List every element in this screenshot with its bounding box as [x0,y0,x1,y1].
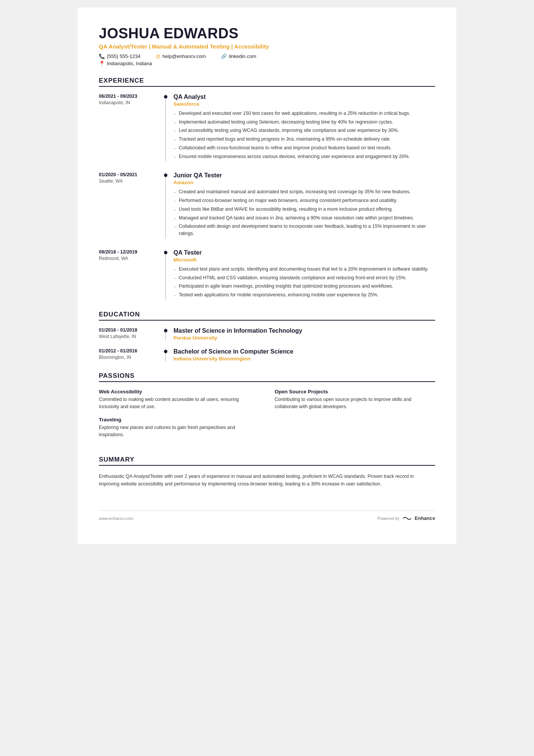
summary-section: SUMMARY Enthusiastic QA Analyst/Tester w… [99,456,435,488]
exp3-divider [165,249,166,300]
edu2-location: Bloomington, IN [99,355,159,360]
entry-right-3: QA Tester Microsoft Executed test plans … [166,249,435,300]
exp2-dot [164,174,167,177]
experience-section: EXPERIENCE 06/2021 - 09/2023 Indianapoli… [99,77,435,300]
passion2-desc: Contributing to various open source proj… [275,396,435,410]
exp1-bullet-4: Tracked and reported bugs and testing pr… [173,136,435,143]
phone-contact: 📞 (555) 555-1234 [99,53,141,59]
passion-item-3: Traveling Exploring new places and cultu… [99,417,259,438]
entry-left-3: 09/2018 - 12/2019 Redmond, WA [99,249,165,300]
edu2-institution: Indiana University Bloomington [173,356,435,362]
exp2-bullet-1: Created and maintained manual and automa… [173,188,435,196]
exp1-location: Indianapolis, IN [99,100,159,105]
phone-value: (555) 555-1234 [107,53,141,59]
exp3-bullets: Executed test plans and scripts, identif… [173,266,435,299]
experience-section-title: EXPERIENCE [99,77,435,87]
edu1-institution: Purdue University [173,335,435,341]
exp3-role: QA Tester [173,249,435,256]
education-entry-1: 01/2016 - 01/2018 West Lafayette, IN Mas… [99,327,435,341]
entry-right-1: QA Analyst Salesforce Developed and exec… [166,94,435,162]
passion2-title: Open Source Projects [275,389,435,394]
experience-entry-2: 01/2020 - 05/2021 Seattle, WA Junior QA … [99,172,435,239]
exp1-bullet-1: Developed and executed over 150 test cas… [173,110,435,117]
exp1-divider [165,94,166,162]
resume-page: JOSHUA EDWARDS QA Analyst/Tester | Manua… [78,8,456,544]
email-icon: @ [156,53,161,59]
edu1-location: West Lafayette, IN [99,334,159,339]
passion1-title: Web Accessibility [99,389,259,394]
edu-right-2: Bachelor of Science in Computer Science … [166,348,435,362]
exp2-location: Seattle, WA [99,178,159,184]
exp2-dates: 01/2020 - 05/2021 [99,172,159,177]
footer-url: www.enhancv.com [99,516,133,521]
exp2-company: Amazon [173,180,435,185]
entry-left-1: 06/2021 - 09/2023 Indianapolis, IN [99,94,165,162]
location-icon: 📍 [99,61,105,66]
passion3-desc: Exploring new places and cultures to gai… [99,424,259,438]
edu-left-1: 01/2016 - 01/2018 West Lafayette, IN [99,327,165,341]
exp2-bullet-2: Performed cross-browser testing on major… [173,197,435,204]
passion1-desc: Committed to making web content accessib… [99,396,259,410]
exp2-bullet-4: Managed and tracked QA tasks and issues … [173,214,435,222]
summary-section-title: SUMMARY [99,456,435,466]
edu2-degree: Bachelor of Science in Computer Science [173,348,435,355]
exp1-bullet-6: Ensured mobile responsiveness across var… [173,153,435,160]
contact-row: 📞 (555) 555-1234 @ help@enhancv.com 🔗 li… [99,53,435,59]
candidate-name: JOSHUA EDWARDS [99,26,435,42]
passion-item-2: Open Source Projects Contributing to var… [275,389,435,410]
exp2-bullet-3: Used tools like BitBar and WAVE for acce… [173,206,435,213]
exp1-bullet-3: Led accessibility testing using WCAG sta… [173,127,435,134]
location-row: 📍 Indianapolis, Indiana [99,61,435,66]
exp3-bullet-4: Tested web applications for mobile respo… [173,291,435,299]
passions-section-title: PASSIONS [99,372,435,382]
edu2-divider [165,348,166,362]
exp2-bullets: Created and maintained manual and automa… [173,188,435,237]
exp2-role: Junior QA Tester [173,172,435,179]
edu1-degree: Master of Science in Information Technol… [173,327,435,334]
exp3-dates: 09/2018 - 12/2019 [99,249,159,255]
linkedin-contact[interactable]: 🔗 linkedin.com [221,53,256,59]
footer-powered-by: Powered by Enhancv [378,515,435,521]
experience-entry-1: 06/2021 - 09/2023 Indianapolis, IN QA An… [99,94,435,162]
powered-by-label: Powered by [378,516,400,521]
exp1-dot [164,95,167,99]
passion3-title: Traveling [99,417,259,423]
exp1-bullet-5: Collaborated with cross-functional teams… [173,144,435,152]
passions-grid: Web Accessibility Committed to making we… [99,389,435,445]
footer: www.enhancv.com Powered by Enhancv [99,510,435,521]
education-section-title: EDUCATION [99,311,435,321]
passions-section: PASSIONS Web Accessibility Committed to … [99,372,435,445]
summary-text: Enthusiastic QA Analyst/Tester with over… [99,473,435,488]
exp3-bullet-3: Participated in agile team meetings, pro… [173,283,435,290]
exp3-dot [164,251,167,254]
entry-left-2: 01/2020 - 05/2021 Seattle, WA [99,172,165,239]
email-contact: @ help@enhancv.com [156,53,206,59]
exp3-company: Microsoft [173,257,435,263]
exp3-location: Redmond, WA [99,256,159,261]
edu-right-1: Master of Science in Information Technol… [166,327,435,341]
edu1-dot [164,329,167,332]
candidate-title: QA Analyst/Tester | Manual & Automated T… [99,43,435,50]
exp1-role: QA Analyst [173,94,435,100]
location-value: Indianapolis, Indiana [107,61,152,66]
exp1-company: Salesforce [173,101,435,107]
header: JOSHUA EDWARDS QA Analyst/Tester | Manua… [99,26,435,66]
education-section: EDUCATION 01/2016 - 01/2018 West Lafayet… [99,311,435,362]
enhancv-logo-icon [402,515,412,521]
email-value: help@enhancv.com [162,53,206,59]
passion-item-1: Web Accessibility Committed to making we… [99,389,259,410]
education-entry-2: 01/2012 - 01/2016 Bloomington, IN Bachel… [99,348,435,362]
entry-right-2: Junior QA Tester Amazon Created and main… [166,172,435,239]
exp1-bullets: Developed and executed over 150 test cas… [173,110,435,160]
exp2-divider [165,172,166,239]
linkedin-value: linkedin.com [229,53,256,59]
experience-entry-3: 09/2018 - 12/2019 Redmond, WA QA Tester … [99,249,435,300]
phone-icon: 📞 [99,53,105,59]
exp3-bullet-2: Conducted HTML and CSS validation, ensur… [173,274,435,282]
link-icon: 🔗 [221,53,227,59]
exp1-bullet-2: Implemented automated testing using Sele… [173,119,435,126]
exp3-bullet-1: Executed test plans and scripts, identif… [173,266,435,273]
exp2-bullet-5: Collaborated with design and development… [173,223,435,237]
edu-left-2: 01/2012 - 01/2016 Bloomington, IN [99,348,165,362]
brand-name: Enhancv [415,515,435,521]
